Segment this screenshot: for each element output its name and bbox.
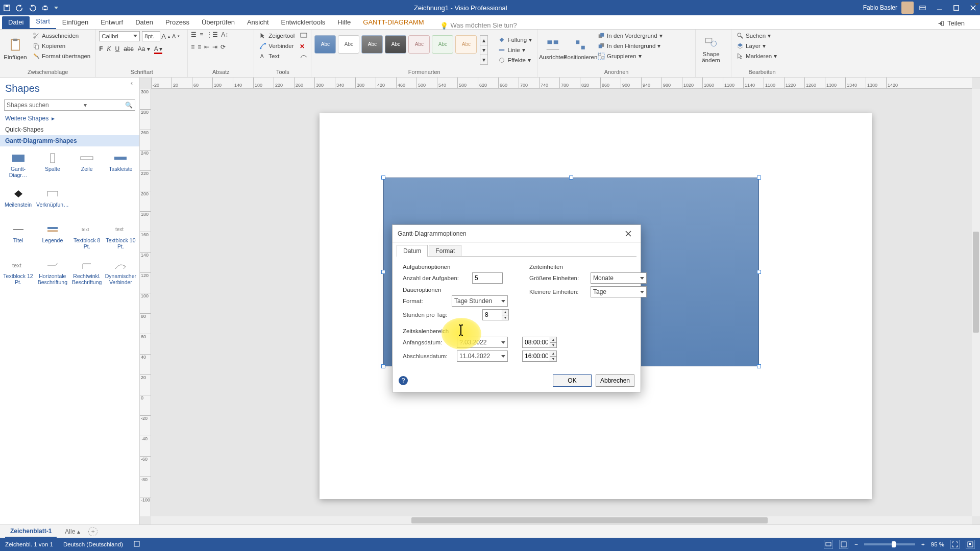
resize-handle[interactable] — [757, 364, 761, 368]
dialog-tab-format[interactable]: Format — [429, 245, 461, 257]
connector-tool-button[interactable]: Verbinder — [257, 41, 297, 51]
date-abschlussdatum[interactable]: 11.04.2022 — [457, 350, 508, 362]
ribbon-display-options-icon[interactable] — [919, 4, 926, 12]
shapes-search-input[interactable]: Shapes suchen ▾ 🔍 — [4, 99, 135, 111]
shape-textblock12[interactable]: textTextblock 12 Pt. — [2, 258, 34, 291]
text-tool-button[interactable]: AText — [257, 52, 297, 61]
spin-down[interactable]: ▼ — [550, 357, 556, 362]
tab-ueberpruefen[interactable]: Überprüfen — [195, 16, 241, 29]
position-button[interactable]: Positionieren — [568, 31, 593, 67]
tab-einfuegen[interactable]: Einfügen — [56, 16, 94, 29]
user-name[interactable]: Fabio Basler — [863, 4, 897, 11]
format-painter-button[interactable]: Format übertragen — [31, 52, 92, 61]
save-icon[interactable] — [3, 4, 11, 12]
add-page-button[interactable]: + — [88, 527, 97, 536]
copy-button[interactable]: Kopieren — [31, 41, 92, 51]
line-button[interactable]: Linie ▾ — [496, 45, 534, 55]
shape-style-5[interactable]: Abc — [408, 35, 430, 54]
shape-style-7[interactable]: Abc — [455, 35, 477, 54]
style-gallery-up[interactable]: ▴ — [480, 35, 488, 45]
tab-hilfe[interactable]: Hilfe — [331, 16, 357, 29]
tab-file[interactable]: Datei — [2, 16, 30, 29]
italic-button[interactable]: K — [107, 45, 111, 54]
zoom-out-button[interactable]: − — [854, 541, 858, 547]
font-name-combo[interactable]: Calibri — [99, 31, 140, 41]
select-button[interactable]: Markieren ▾ — [734, 52, 779, 61]
resize-handle[interactable] — [757, 270, 761, 274]
pan-zoom-window-button[interactable] — [966, 540, 975, 549]
delete-tool-button[interactable]: ✕ — [300, 43, 308, 50]
shape-style-4[interactable]: Abc — [385, 35, 406, 54]
pointer-tool-button[interactable]: Zeigertool — [257, 31, 297, 40]
resize-handle[interactable] — [381, 176, 385, 180]
minimize-icon[interactable] — [936, 4, 943, 12]
status-language[interactable]: Deutsch (Deutschland) — [63, 541, 123, 547]
fit-page-button[interactable] — [839, 540, 848, 549]
combo-kleinere-einheiten[interactable]: Tage — [591, 286, 647, 297]
shape-textblock8[interactable]: textTextblock 8 Pt. — [71, 222, 103, 256]
zoom-slider-thumb[interactable] — [892, 541, 896, 547]
shape-milestone[interactable]: Meilenstein — [2, 186, 34, 220]
scrollbar-thumb[interactable] — [973, 232, 979, 333]
layers-button[interactable]: Layer ▾ — [734, 41, 779, 51]
macro-record-icon[interactable] — [133, 540, 140, 548]
tab-start[interactable]: Start — [30, 15, 56, 29]
shape-row[interactable]: Zeile — [71, 151, 103, 184]
maximize-icon[interactable] — [952, 4, 960, 12]
tab-ansicht[interactable]: Ansicht — [241, 16, 275, 29]
spin-up[interactable]: ▲ — [502, 310, 508, 315]
increase-indent-button[interactable]: ⇥ — [212, 43, 217, 51]
shape-dynamic-connector[interactable]: Dynamischer Verbinder — [104, 258, 137, 291]
input-anfangszeit[interactable] — [522, 337, 550, 348]
sheet-tab-1[interactable]: Zeichenblatt-1 — [5, 525, 57, 538]
search-icon[interactable]: 🔍 — [125, 102, 133, 109]
gantt-stencil-tab[interactable]: Gantt-Diagramm-Shapes — [0, 135, 139, 146]
quick-shapes-tab[interactable]: Quick-Shapes — [0, 124, 139, 135]
cut-button[interactable]: Ausschneiden — [31, 31, 92, 40]
sheet-tab-all[interactable]: Alle▴ — [65, 528, 80, 535]
align-center-button[interactable]: ≡ — [198, 43, 201, 51]
redo-icon[interactable] — [29, 4, 36, 12]
presentation-mode-button[interactable] — [824, 540, 833, 549]
time-abschlusszeit[interactable]: ▲▼ — [522, 350, 557, 362]
combo-format[interactable]: Tage Stunden — [452, 295, 508, 307]
spin-down[interactable]: ▼ — [550, 343, 556, 348]
shape-textblock10[interactable]: textTextblock 10 Pt. — [104, 222, 137, 256]
align-middle-button[interactable]: ≡ — [200, 31, 203, 38]
tab-daten[interactable]: Daten — [129, 16, 159, 29]
shape-style-3[interactable]: Abc — [361, 35, 383, 54]
change-shape-button[interactable]: Shape ändern — [699, 31, 723, 67]
horizontal-scrollbar[interactable] — [151, 516, 972, 524]
bring-forward-button[interactable]: In den Vordergrund ▾ — [596, 31, 664, 40]
paste-button[interactable]: Einfügen — [3, 31, 28, 67]
tab-gantt-diagramm[interactable]: GANTT-DIAGRAMM — [357, 16, 430, 29]
shape-style-6[interactable]: Abc — [432, 35, 453, 54]
shape-style-1[interactable]: Abc — [314, 35, 336, 54]
tab-entwurf[interactable]: Entwurf — [94, 16, 129, 29]
font-size-combo[interactable]: 8pt. — [142, 31, 160, 41]
align-left-button[interactable]: ≡ — [191, 43, 194, 51]
strikethrough-button[interactable]: abc — [124, 45, 133, 54]
increase-font-button[interactable]: A▴ — [160, 31, 171, 41]
decrease-indent-button[interactable]: ⇤ — [204, 43, 209, 51]
change-case-button[interactable]: Aa ▾ — [138, 45, 150, 54]
time-anfangszeit[interactable]: ▲▼ — [522, 337, 557, 348]
tab-prozess[interactable]: Prozess — [159, 16, 195, 29]
resize-handle[interactable] — [381, 270, 385, 274]
group-button[interactable]: Gruppieren ▾ — [596, 52, 664, 61]
zoom-level[interactable]: 95 % — [931, 541, 944, 547]
zoom-slider[interactable] — [864, 543, 915, 545]
resize-handle[interactable] — [757, 176, 761, 180]
zoom-in-button[interactable]: + — [921, 541, 925, 547]
send-backward-button[interactable]: In den Hintergrund ▾ — [596, 41, 664, 51]
shape-style-2[interactable]: Abc — [338, 35, 359, 54]
chevron-down-icon[interactable]: ▾ — [84, 102, 87, 109]
align-top-button[interactable]: ☰ — [191, 31, 197, 38]
cancel-button[interactable]: Abbrechen — [596, 374, 634, 387]
tell-me-search[interactable]: 💡 Was möchten Sie tun? — [440, 21, 517, 29]
qat-dropdown-icon[interactable] — [54, 7, 58, 9]
fit-to-window-button[interactable] — [950, 540, 960, 549]
resize-handle[interactable] — [381, 364, 385, 368]
effects-button[interactable]: Effekte ▾ — [496, 56, 534, 65]
bold-button[interactable]: F — [99, 45, 103, 54]
